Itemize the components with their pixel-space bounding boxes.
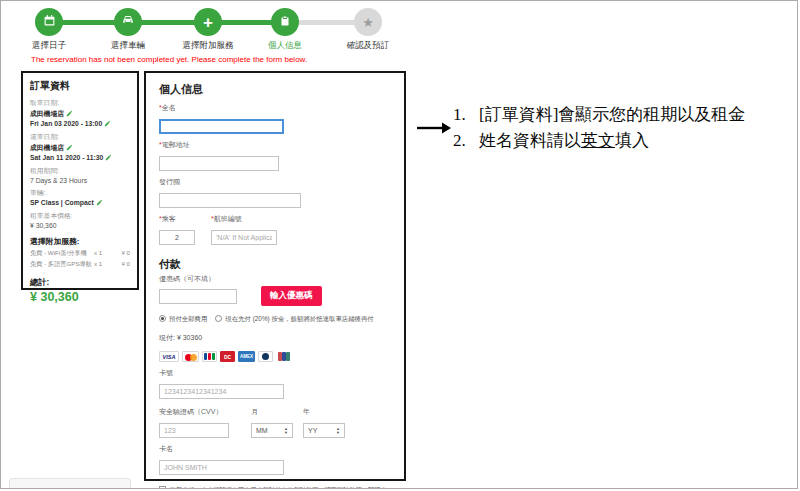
terms-row: 點擊此格，本人確認擁有可在日本駕駛的有效駕駛執照（國際駕駛執照．翻譯本等）、並確… bbox=[159, 485, 391, 489]
return-location: 成田機場店 bbox=[30, 143, 130, 153]
pay-full-label: 預付全部費用 bbox=[169, 315, 207, 324]
email-input[interactable] bbox=[159, 156, 279, 171]
year-label: 年 bbox=[303, 407, 351, 417]
select-arrows-icon bbox=[284, 427, 288, 435]
vehicle-label: 車輛: bbox=[30, 188, 130, 198]
incomplete-reservation-warning: The reservation has not been completed y… bbox=[31, 55, 307, 64]
amount-due: 現付: ¥ 30360 bbox=[159, 333, 391, 343]
note-item-2: 2. 姓名資料請以英文填入 bbox=[453, 128, 798, 154]
arrow-icon bbox=[416, 120, 452, 140]
note-number: 2. bbox=[453, 128, 479, 154]
booking-page: 選擇日子 選擇車輛 + 選擇附加服務 個人信息 ★ 確認及預訂 The rese… bbox=[0, 0, 798, 489]
addon-qty: x 1 bbox=[94, 249, 116, 258]
addon-row: 免費 - WiFi蛋/分享機 x 1 ¥ 0 bbox=[30, 249, 130, 258]
flight-number-label: *航班編號 bbox=[211, 214, 291, 224]
card-number-input[interactable] bbox=[159, 384, 284, 399]
edit-icon[interactable] bbox=[66, 144, 73, 152]
total-value: ¥ 30,360 bbox=[30, 290, 130, 304]
edit-icon[interactable] bbox=[105, 154, 112, 162]
year-select[interactable]: YY bbox=[303, 423, 345, 438]
note-item-1: 1. [訂單資料]會顯示您的租期以及租金 bbox=[453, 102, 798, 128]
select-arrows-icon bbox=[336, 427, 340, 435]
issuing-country-input[interactable] bbox=[159, 193, 301, 208]
base-price-label: 租車基本價格: bbox=[30, 211, 130, 221]
duration-label: 租用期間: bbox=[30, 166, 130, 176]
pay-full-option[interactable]: 預付全部費用 bbox=[159, 315, 207, 324]
partial-bottom-button[interactable] bbox=[9, 478, 131, 489]
addon-price: ¥ 0 bbox=[121, 249, 130, 258]
month-select[interactable]: MM bbox=[251, 423, 293, 438]
vehicle-value: SP Class | Compact bbox=[30, 199, 130, 207]
pickup-location: 成田機場店 bbox=[30, 109, 130, 119]
terms-text: 點擊此格，本人確認擁有可在日本駕駛的有效駕駛執照（國際駕駛執照．翻譯本等）、並確… bbox=[170, 485, 391, 489]
return-datetime: Sat Jan 11 2020 - 11:30 bbox=[30, 154, 130, 162]
calendar-icon bbox=[43, 13, 56, 31]
month-label: 月 bbox=[251, 407, 299, 417]
step-label-personal-info: 個人信息 bbox=[237, 40, 333, 52]
dc-card-icon: DC bbox=[220, 351, 235, 362]
amex-icon: AMEX bbox=[238, 351, 255, 362]
step-choose-date[interactable] bbox=[35, 8, 63, 36]
coupon-input[interactable] bbox=[159, 289, 237, 304]
full-name-input[interactable] bbox=[159, 119, 284, 134]
addons-title: 選擇附加服務: bbox=[30, 236, 130, 247]
terms-checkbox[interactable] bbox=[159, 486, 166, 489]
plus-icon: + bbox=[203, 14, 213, 31]
diners-icon bbox=[258, 351, 273, 362]
pickup-date-label: 取車日期: bbox=[30, 98, 130, 108]
passenger-flight-row: *乘客 *航班編號 bbox=[159, 214, 391, 245]
edit-icon[interactable] bbox=[104, 120, 111, 128]
email-label: *電郵地址 bbox=[159, 140, 391, 150]
radio-unchecked-icon[interactable] bbox=[215, 315, 222, 322]
payment-title: 付款 bbox=[159, 257, 391, 272]
passengers-input[interactable] bbox=[159, 230, 195, 245]
flight-number-input[interactable] bbox=[211, 230, 277, 245]
step-addons[interactable]: + bbox=[194, 8, 222, 36]
pickup-datetime: Fri Jan 03 2020 - 13:00 bbox=[30, 120, 130, 128]
annotation-notes: 1. [訂單資料]會顯示您的租期以及租金 2. 姓名資料請以英文填入 bbox=[453, 102, 798, 154]
addon-qty: x 1 bbox=[94, 260, 116, 269]
duration-value: 7 Days & 23 Hours bbox=[30, 177, 130, 184]
cvv-input[interactable] bbox=[159, 423, 229, 438]
year-value: YY bbox=[308, 427, 317, 434]
car-icon bbox=[121, 13, 135, 31]
card-number-label: 卡號 bbox=[159, 368, 391, 378]
addon-name: 免費 - WiFi蛋/分享機 bbox=[30, 249, 94, 258]
star-icon: ★ bbox=[362, 16, 374, 29]
step-choose-vehicle[interactable] bbox=[114, 8, 142, 36]
coupon-row: 輸入優惠碼 bbox=[159, 286, 391, 306]
clipboard-icon bbox=[279, 13, 291, 31]
checkout-form: 個人信息 *全名 *電郵地址 發行國 *乘客 *航班編號 付款 優惠碼（可不填）… bbox=[144, 71, 406, 481]
radio-checked-icon[interactable] bbox=[159, 315, 166, 322]
pay-deposit-label: 現在先付 (20%) 按金，餘額將於抵達取車店鋪後再付 bbox=[225, 315, 373, 324]
visa-icon: VISA bbox=[159, 351, 179, 362]
base-price-value: ¥ 30,360 bbox=[30, 222, 130, 229]
coupon-label: 優惠碼（可不填） bbox=[159, 274, 391, 284]
cvv-label: 安全驗證碼（CVV） bbox=[159, 407, 247, 417]
addon-row: 免費 - 多語言GPS導航 x 1 ¥ 0 bbox=[30, 260, 130, 269]
step-confirm[interactable]: ★ bbox=[354, 8, 382, 36]
pay-deposit-option[interactable]: 現在先付 (20%) 按金，餘額將於抵達取車店鋪後再付 bbox=[215, 315, 373, 324]
full-name-label: *全名 bbox=[159, 103, 391, 113]
payment-options: 預付全部費用 現在先付 (20%) 按金，餘額將於抵達取車店鋪後再付 bbox=[159, 315, 391, 324]
order-summary-panel: 訂單資料 取車日期: 成田機場店 Fri Jan 03 2020 - 13:00… bbox=[21, 71, 139, 290]
passengers-label: *乘客 bbox=[159, 214, 211, 224]
total-label: 總計: bbox=[30, 277, 130, 288]
issuing-country-label: 發行國 bbox=[159, 177, 391, 187]
addon-price: ¥ 0 bbox=[121, 260, 130, 269]
note-number: 1. bbox=[453, 102, 479, 128]
step-personal-info[interactable] bbox=[271, 8, 299, 36]
apply-coupon-button[interactable]: 輸入優惠碼 bbox=[261, 286, 322, 306]
addon-name: 免費 - 多語言GPS導航 bbox=[30, 260, 94, 269]
month-value: MM bbox=[256, 427, 268, 434]
edit-icon[interactable] bbox=[96, 199, 103, 207]
edit-icon[interactable] bbox=[66, 110, 73, 118]
cvv-expiry-row: 安全驗證碼（CVV） 月 MM 年 YY bbox=[159, 407, 391, 438]
accepted-cards: VISA DC AMEX bbox=[159, 351, 391, 362]
card-name-label: 卡名 bbox=[159, 444, 391, 454]
step-label-confirm: 確認及預訂 bbox=[320, 40, 416, 52]
personal-info-title: 個人信息 bbox=[159, 82, 391, 97]
card-name-input[interactable] bbox=[159, 460, 284, 475]
return-date-label: 還車日期: bbox=[30, 132, 130, 142]
mastercard-icon bbox=[182, 351, 199, 362]
